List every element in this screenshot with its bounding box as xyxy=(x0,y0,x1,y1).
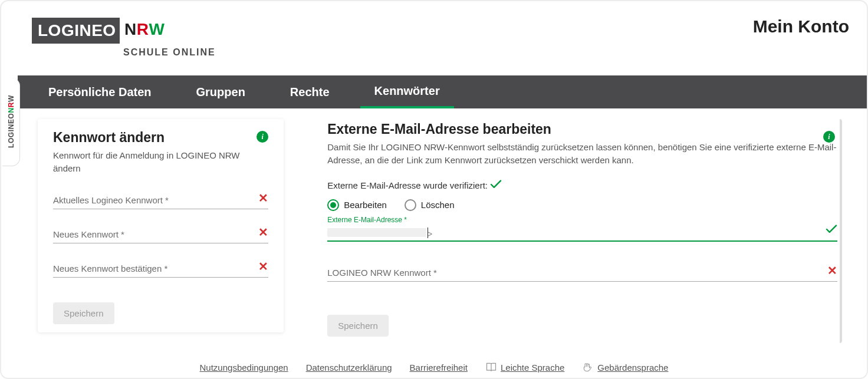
link-easy-language[interactable]: Leichte Sprache xyxy=(485,361,564,373)
link-sign-language[interactable]: Gebärdensprache xyxy=(582,361,668,373)
header: LOGINEO NRW SCHULE ONLINE Mein Konto xyxy=(1,1,867,75)
email-action-radio-group: Bearbeiten Löschen xyxy=(327,199,837,211)
radio-outer xyxy=(405,199,416,211)
external-email-value-masked xyxy=(327,228,426,237)
radio-delete-label: Löschen xyxy=(421,200,455,210)
current-password-placeholder: Aktuelles Logineo Kennwort * xyxy=(53,195,169,205)
tab-personal-data[interactable]: Persönliche Daten xyxy=(34,75,166,108)
change-password-title: Kennwort ändern xyxy=(53,130,268,146)
verified-status-line: Externe E-Mail-Adresse wurde verifiziert… xyxy=(327,180,837,191)
text-cursor xyxy=(428,228,428,238)
invalid-icon: ✕ xyxy=(827,263,837,278)
link-easy-language-label: Leichte Sprache xyxy=(501,362,564,373)
tab-bar: Persönliche Daten Gruppen Rechte Kennwör… xyxy=(18,75,867,108)
invalid-icon: ✕ xyxy=(258,225,268,239)
tab-passwords[interactable]: Kennwörter xyxy=(360,75,454,108)
book-icon xyxy=(485,361,497,373)
change-password-card: i Kennwort ändern Kennwort für die Anmel… xyxy=(38,119,284,332)
logo-nrw: NRW xyxy=(124,20,165,39)
logo-wordmark: LOGINEO xyxy=(32,18,120,44)
logineo-password-field[interactable]: LOGINEO NRW Kennwort * ✕ xyxy=(327,265,837,282)
invalid-icon: ✕ xyxy=(258,191,268,205)
confirm-password-field[interactable]: Neues Kennwort bestätigen * ✕ xyxy=(53,261,268,278)
radio-outer xyxy=(327,199,339,211)
confirm-password-placeholder: Neues Kennwort bestätigen * xyxy=(53,263,167,273)
verified-status-text: Externe E-Mail-Adresse wurde verifiziert… xyxy=(327,180,488,190)
info-icon[interactable]: i xyxy=(823,131,835,143)
hands-icon xyxy=(582,361,594,373)
link-privacy[interactable]: Datenschutzerklärung xyxy=(306,361,392,373)
logo: LOGINEO NRW SCHULE ONLINE xyxy=(32,18,216,58)
link-sign-language-label: Gebärdensprache xyxy=(597,362,668,373)
logineo-password-placeholder: LOGINEO NRW Kennwort * xyxy=(327,268,437,278)
link-accessibility[interactable]: Barrierefreiheit xyxy=(410,361,468,373)
radio-delete[interactable]: Löschen xyxy=(405,199,455,211)
new-password-field[interactable]: Neues Kennwort * ✕ xyxy=(53,227,268,243)
current-password-field[interactable]: Aktuelles Logineo Kennwort * ✕ xyxy=(53,193,268,209)
tab-rights[interactable]: Rechte xyxy=(276,75,344,108)
side-flyout-tab[interactable]: LOGINEONRW xyxy=(2,78,20,166)
footer-links: Nutzungsbedingungen Datenschutzerklärung… xyxy=(1,361,867,373)
side-flyout-label: LOGINEONRW xyxy=(7,95,15,148)
main-content: i Kennwort ändern Kennwort für die Anmel… xyxy=(1,108,867,344)
change-password-subtitle: Kennwort für die Anmeldung in LOGINEO NR… xyxy=(53,149,268,175)
page-title: Mein Konto xyxy=(753,17,849,37)
save-password-button[interactable]: Speichern xyxy=(53,302,114,324)
save-email-button[interactable]: Speichern xyxy=(327,315,389,337)
new-password-placeholder: Neues Kennwort * xyxy=(53,229,124,239)
external-email-subtitle: Damit Sie Ihr LOGINEO NRW-Kennwort selbs… xyxy=(327,141,837,167)
external-email-field[interactable]: Externe E-Mail-Adresse * xyxy=(327,225,837,242)
external-email-float-label: Externe E-Mail-Adresse * xyxy=(327,216,407,224)
invalid-icon: ✕ xyxy=(258,259,268,273)
external-email-title: Externe E-Mail-Adresse bearbeiten xyxy=(327,121,837,137)
valid-icon xyxy=(826,223,837,237)
radio-edit-label: Bearbeiten xyxy=(344,200,387,210)
tab-groups[interactable]: Gruppen xyxy=(182,75,259,108)
link-terms[interactable]: Nutzungsbedingungen xyxy=(200,361,288,373)
radio-edit[interactable]: Bearbeiten xyxy=(327,199,387,211)
external-email-card: i Externe E-Mail-Adresse bearbeiten Dami… xyxy=(318,119,842,343)
logo-subline: SCHULE ONLINE xyxy=(123,47,216,58)
checkmark-icon xyxy=(490,180,502,191)
